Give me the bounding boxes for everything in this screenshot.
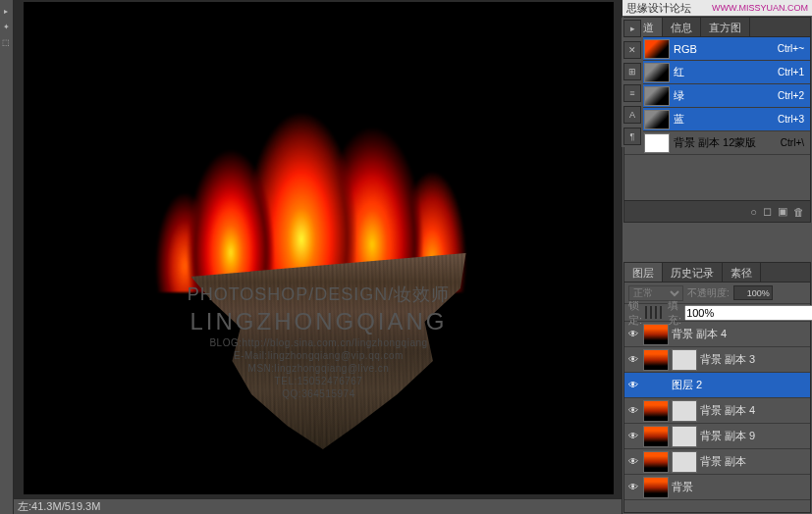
channel-name: 绿 xyxy=(674,88,774,103)
layer-mask-thumb xyxy=(672,349,697,371)
layer-name: 背景 xyxy=(672,480,808,494)
channel-row[interactable]: 👁红Ctrl+1 xyxy=(624,61,810,84)
channels-list: 👁RGBCtrl+~👁红Ctrl+1👁绿Ctrl+2👁蓝Ctrl+3背景 副本 … xyxy=(624,37,810,200)
layer-row[interactable]: 👁背景 副本 9 xyxy=(624,424,810,449)
layers-options: 正常 不透明度: xyxy=(624,283,810,304)
channel-name: 背景 副本 12蒙版 xyxy=(674,135,777,150)
tab-info[interactable]: 信息 xyxy=(663,18,701,36)
create-icon[interactable]: ▣ xyxy=(778,205,787,218)
site-name: 思缘设计论坛 xyxy=(626,1,691,16)
dock-icon[interactable]: ¶ xyxy=(623,128,641,145)
channel-shortcut: Ctrl+1 xyxy=(778,67,808,77)
new-channel-icon[interactable]: ○ xyxy=(750,206,757,218)
channel-name: 红 xyxy=(674,65,774,79)
channels-panel: 通道 信息 直方图 👁RGBCtrl+~👁红Ctrl+1👁绿Ctrl+2👁蓝Ct… xyxy=(623,17,811,223)
layers-list: 👁背景 副本 4👁背景 副本 3👁图层 2👁背景 副本 4👁背景 副本 9👁背景… xyxy=(624,322,810,512)
layer-row[interactable]: 👁背景 xyxy=(624,475,810,500)
watermark-msn: MSN:lingzhongqiang@live.cn xyxy=(188,363,451,374)
channels-panel-footer: ○ ◻ ▣ 🗑 xyxy=(624,200,810,222)
layer-thumb xyxy=(643,400,669,422)
layer-name: 背景 副本 4 xyxy=(700,403,808,418)
layer-name: 背景 副本 9 xyxy=(700,429,808,443)
dock-icon[interactable]: ✕ xyxy=(623,41,641,59)
watermark-tel: TEL:15052476767 xyxy=(188,376,451,386)
tab-history[interactable]: 历史记录 xyxy=(663,263,723,282)
layer-mask-thumb xyxy=(672,400,697,422)
visibility-eye-icon[interactable]: 👁 xyxy=(626,328,640,341)
layer-row[interactable]: 👁背景 副本 3 xyxy=(624,347,810,373)
tab-histogram[interactable]: 直方图 xyxy=(701,18,750,36)
visibility-eye-icon[interactable]: 👁 xyxy=(626,430,640,443)
layers-tabs: 图层 历史记录 素径 xyxy=(624,263,810,283)
channel-thumb xyxy=(644,86,670,106)
visibility-eye-icon[interactable]: 👁 xyxy=(626,455,640,469)
watermark-email: E-Mail:lingzhongqiang@vip.qq.com xyxy=(188,350,451,361)
dock-icon[interactable]: ≡ xyxy=(623,84,641,102)
layer-mask-thumb xyxy=(672,451,697,473)
watermark-line1: PHOTOSHOP/DESIGN/妆效师 xyxy=(188,283,451,306)
memory-status: 左:41.3M/519.3M xyxy=(18,499,100,514)
dock-icon[interactable]: ▸ xyxy=(623,20,641,37)
status-bar: 左:41.3M/519.3M xyxy=(14,498,622,514)
layer-thumb xyxy=(643,451,669,473)
layer-name: 图层 2 xyxy=(672,378,808,392)
lock-pixels-icon[interactable] xyxy=(650,306,652,319)
lock-all-icon[interactable] xyxy=(660,306,662,319)
watermark-text: PHOTOSHOP/DESIGN/妆效师 LINGZHONGQIANG BLOG… xyxy=(188,283,451,399)
channel-thumb xyxy=(644,63,670,82)
mask-icon[interactable]: ◻ xyxy=(763,205,772,218)
layer-row[interactable]: 👁背景 副本 xyxy=(624,449,810,475)
dock-icon[interactable]: ⊞ xyxy=(623,63,641,80)
dock-icon[interactable]: A xyxy=(623,106,641,124)
channel-name: 蓝 xyxy=(674,112,774,127)
layer-row[interactable]: 👁图层 2 xyxy=(624,373,810,398)
document-canvas[interactable]: PHOTOSHOP/DESIGN/妆效师 LINGZHONGQIANG BLOG… xyxy=(24,2,614,494)
canvas-area: PHOTOSHOP/DESIGN/妆效师 LINGZHONGQIANG BLOG… xyxy=(14,0,622,514)
lock-position-icon[interactable] xyxy=(655,306,657,319)
channel-row[interactable]: 👁绿Ctrl+2 xyxy=(624,84,810,108)
channel-thumb xyxy=(644,110,670,129)
watermark-qq: QQ:364515974 xyxy=(188,388,451,399)
layer-thumb xyxy=(643,324,669,345)
layer-thumb xyxy=(643,426,669,447)
site-url: WWW.MISSYUAN.COM xyxy=(712,3,808,13)
tab-layers[interactable]: 图层 xyxy=(624,263,663,282)
right-panels: 思缘设计论坛 WWW.MISSYUAN.COM 通道 信息 直方图 👁RGBCt… xyxy=(622,0,812,514)
lock-transparent-icon[interactable] xyxy=(645,306,647,319)
visibility-eye-icon[interactable]: 👁 xyxy=(626,481,640,494)
channel-row[interactable]: 背景 副本 12蒙版Ctrl+\ xyxy=(624,131,810,155)
layer-thumb xyxy=(643,477,669,498)
layer-row[interactable]: 👁背景 副本 4 xyxy=(624,398,810,424)
layer-name: 背景 副本 3 xyxy=(700,352,808,367)
tab-paths[interactable]: 素径 xyxy=(723,263,761,282)
visibility-eye-icon[interactable]: 👁 xyxy=(626,353,640,367)
opacity-input[interactable] xyxy=(733,285,773,300)
layers-panel: 图层 历史记录 素径 正常 不透明度: 锁定: 填充: 👁背景 副本 4👁背景 … xyxy=(623,262,811,513)
mid-dock: ▸ ✕ ⊞ ≡ A ¶ xyxy=(622,18,643,147)
channel-shortcut: Ctrl+2 xyxy=(778,90,808,101)
trash-icon[interactable]: 🗑 xyxy=(793,206,804,218)
site-banner: 思缘设计论坛 WWW.MISSYUAN.COM xyxy=(623,0,812,16)
visibility-eye-icon[interactable]: 👁 xyxy=(626,379,640,392)
watermark-line2: LINGZHONGQIANG xyxy=(188,308,451,335)
layer-row[interactable]: 👁背景 副本 4 xyxy=(624,322,810,347)
tool-button[interactable]: ▸ xyxy=(0,4,12,18)
channel-shortcut: Ctrl+3 xyxy=(778,114,808,125)
artwork: PHOTOSHOP/DESIGN/妆效师 LINGZHONGQIANG BLOG… xyxy=(113,27,525,449)
channels-tabs: 通道 信息 直方图 xyxy=(624,18,810,37)
channel-row[interactable]: 👁蓝Ctrl+3 xyxy=(624,108,810,131)
lock-row: 锁定: 填充: xyxy=(624,304,810,322)
tool-button[interactable]: ⬚ xyxy=(0,35,12,49)
tool-button[interactable]: ✦ xyxy=(0,20,12,33)
fire-image xyxy=(142,27,496,292)
channel-thumb xyxy=(644,39,670,59)
watermark-blog: BLOG:http://blog.sina.com.cn/lingzhongqi… xyxy=(188,337,451,348)
channel-name: RGB xyxy=(674,43,774,55)
canvas-viewport[interactable]: PHOTOSHOP/DESIGN/妆效师 LINGZHONGQIANG BLOG… xyxy=(14,0,622,498)
blend-mode-select[interactable]: 正常 xyxy=(628,285,683,301)
fill-input[interactable] xyxy=(684,305,812,321)
layer-mask-thumb xyxy=(672,426,697,447)
visibility-eye-icon[interactable]: 👁 xyxy=(626,404,640,418)
channel-row[interactable]: 👁RGBCtrl+~ xyxy=(624,37,810,61)
channel-shortcut: Ctrl+\ xyxy=(781,137,808,148)
